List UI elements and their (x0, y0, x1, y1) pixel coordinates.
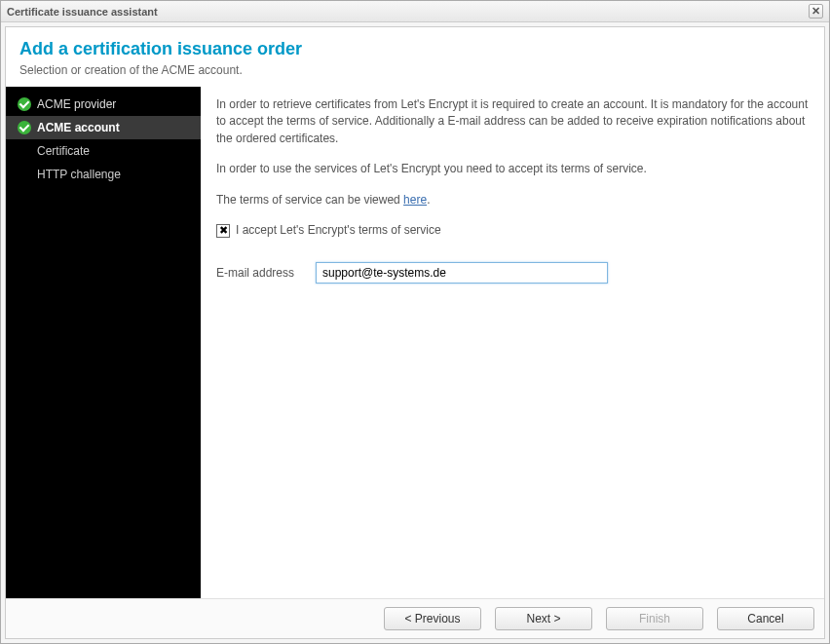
tos-line: The terms of service can be viewed here. (216, 192, 809, 208)
step-acme-provider[interactable]: ACME provider (6, 93, 201, 116)
previous-button[interactable]: < Previous (384, 607, 481, 630)
step-certificate[interactable]: Certificate (6, 139, 201, 163)
window-title: Certificate issuance assistant (7, 6, 158, 18)
content-panel: In order to retrieve certificates from L… (201, 87, 824, 598)
cancel-button[interactable]: Cancel (717, 607, 814, 630)
intro-paragraph-1: In order to retrieve certificates from L… (216, 96, 809, 147)
step-http-challenge[interactable]: HTTP challenge (6, 163, 201, 186)
empty-icon (18, 144, 31, 158)
email-label: E-mail address (216, 265, 304, 282)
check-icon (18, 121, 31, 134)
wizard-footer: < Previous Next > Finish Cancel (6, 598, 824, 638)
step-acme-account[interactable]: ACME account (6, 116, 201, 139)
step-label: HTTP challenge (37, 167, 121, 182)
email-row: E-mail address (216, 262, 809, 284)
accept-tos-label: I accept Let's Encrypt's terms of servic… (236, 222, 441, 239)
intro-paragraph-2: In order to use the services of Let's En… (216, 161, 809, 177)
empty-icon (18, 168, 31, 181)
page-title: Add a certification issuance order (19, 39, 811, 59)
step-label: ACME account (37, 120, 120, 135)
wizard-sidebar: ACME provider ACME account Certificate H… (6, 87, 201, 598)
titlebar: Certificate issuance assistant ✕ (1, 1, 829, 22)
check-icon (18, 97, 31, 111)
step-label: ACME provider (37, 96, 116, 112)
finish-button[interactable]: Finish (606, 607, 703, 630)
accept-tos-checkbox[interactable]: ✖ (216, 224, 230, 238)
header: Add a certification issuance order Selec… (6, 27, 824, 87)
window-body: Add a certification issuance order Selec… (5, 26, 825, 639)
body-split: ACME provider ACME account Certificate H… (6, 87, 824, 598)
next-button[interactable]: Next > (495, 607, 592, 630)
page-subtitle: Selection or creation of the ACME accoun… (19, 63, 811, 77)
close-icon[interactable]: ✕ (809, 4, 823, 19)
tos-prefix: The terms of service can be viewed (216, 193, 403, 207)
wizard-window: Certificate issuance assistant ✕ Add a c… (0, 0, 830, 644)
tos-link[interactable]: here (403, 193, 427, 207)
accept-tos-row: ✖ I accept Let's Encrypt's terms of serv… (216, 222, 809, 239)
email-input[interactable] (316, 262, 608, 284)
step-label: Certificate (37, 143, 90, 159)
tos-suffix: . (427, 193, 430, 207)
